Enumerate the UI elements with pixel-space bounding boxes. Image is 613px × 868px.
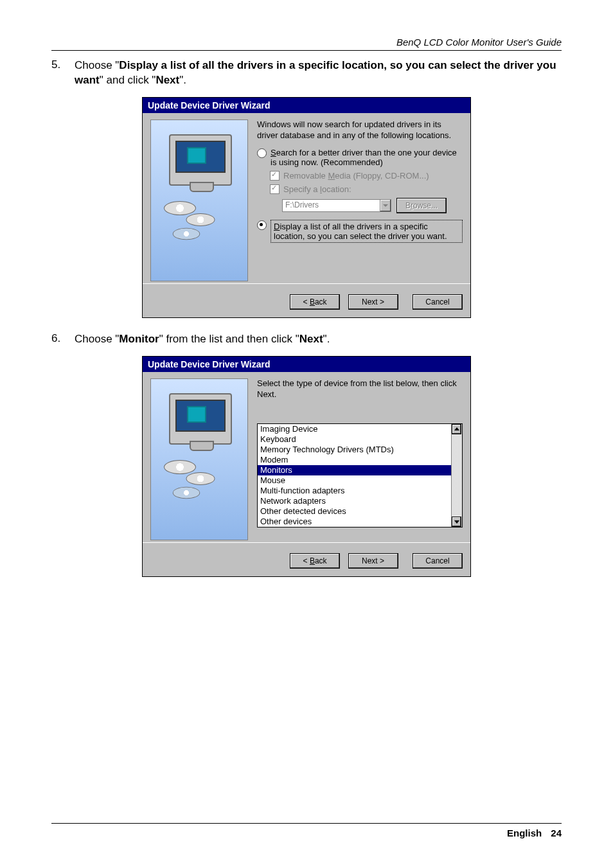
dialog-button-row: < Back Next > Cancel: [143, 542, 470, 576]
wizard-graphic-panel: [150, 120, 248, 281]
t: " from the list and then click ": [159, 333, 299, 345]
radio-label-focused: Display a list of all the drivers in a s…: [271, 220, 463, 243]
header-title: BenQ LCD Color Monitor User's Guide: [396, 37, 562, 48]
cancel-button[interactable]: Cancel: [413, 553, 463, 569]
t: owse...: [413, 201, 438, 210]
dialog-button-row: < Back Next > Cancel: [143, 283, 470, 317]
t: isplay a list of all the drivers in a sp…: [274, 222, 447, 241]
list-item[interactable]: Memory Technology Drivers (MTDs): [258, 445, 451, 455]
dialog-titlebar[interactable]: Update Device Driver Wizard: [143, 98, 470, 113]
monitor-icon: [169, 134, 232, 186]
list-item[interactable]: Keyboard: [258, 434, 451, 445]
step-6: 6. Choose "Monitor" from the list and th…: [51, 332, 562, 347]
dialog-body: Windows will now search for updated driv…: [143, 113, 470, 284]
t: Choose ": [75, 333, 119, 345]
list-item[interactable]: Multi-function adapters: [258, 486, 451, 496]
list-item[interactable]: Other detected devices: [258, 506, 451, 517]
t: <: [303, 556, 310, 565]
step-6-text: Choose "Monitor" from the list and then …: [75, 332, 562, 347]
list-item[interactable]: Modem: [258, 455, 451, 465]
t: Removable: [283, 171, 328, 181]
location-row: F:\Drivers Browse...: [270, 198, 463, 213]
u: S: [271, 148, 276, 157]
intro-text: Windows will now search for updated driv…: [257, 120, 463, 141]
t: ".: [179, 74, 186, 86]
radio-label: Search for a better driver than the one …: [271, 148, 463, 167]
step-6-number: 6.: [51, 332, 75, 347]
scroll-up-button[interactable]: [452, 424, 461, 434]
list-item[interactable]: Monitors: [258, 465, 451, 475]
back-button[interactable]: < Back: [290, 294, 340, 310]
checkbox-label: Specify a location:: [283, 184, 351, 194]
list-item[interactable]: Imaging Device: [258, 424, 451, 434]
browse-button: Browse...: [396, 198, 447, 213]
location-combobox: F:\Drivers: [282, 199, 391, 212]
list-item[interactable]: Other devices: [258, 517, 451, 527]
scrollbar[interactable]: [451, 424, 462, 527]
list-inner: Imaging DeviceKeyboardMemory Technology …: [258, 424, 451, 527]
footer-page-number: 24: [551, 828, 562, 838]
t: Next: [155, 74, 179, 86]
list-item[interactable]: Network adapters: [258, 496, 451, 506]
u: B: [310, 297, 315, 306]
u: D: [274, 222, 280, 231]
checkbox-specify-location: Specify a location:: [270, 184, 463, 194]
u: M: [328, 171, 335, 181]
wizard-graphic-panel: [150, 378, 248, 540]
t: B: [405, 201, 411, 210]
dialog-content: Windows will now search for updated driv…: [248, 120, 463, 281]
scroll-down-button[interactable]: [452, 517, 461, 527]
step-5-text: Choose "Display a list of all the driver…: [75, 58, 562, 88]
checkbox-icon: [270, 171, 280, 181]
cancel-button[interactable]: Cancel: [413, 294, 463, 310]
chevron-down-icon: [380, 200, 391, 211]
t: Monitor: [119, 333, 159, 345]
radio-icon: [257, 148, 267, 158]
t: ".: [323, 333, 330, 345]
u: B: [310, 556, 315, 565]
page-footer: English 24: [51, 823, 562, 838]
back-button[interactable]: < Back: [290, 553, 340, 569]
radio-search-better[interactable]: Search for a better driver than the one …: [257, 148, 463, 167]
intro-text: Select the type of device from the list …: [257, 378, 463, 400]
t: ocation:: [322, 184, 351, 194]
step-5: 5. Choose "Display a list of all the dri…: [51, 58, 562, 88]
t: " and click ": [100, 74, 156, 86]
checkbox-label: Removable Media (Floppy, CD-ROM...): [283, 171, 429, 181]
dialog-update-driver-2: Update Device Driver Wizard Select the t…: [142, 356, 471, 577]
monitor-icon: [169, 393, 232, 445]
document-page: BenQ LCD Color Monitor User's Guide 5. C…: [0, 0, 613, 868]
radio-display-list[interactable]: Display a list of all the drivers in a s…: [257, 220, 463, 243]
t: Choose ": [75, 59, 119, 71]
device-type-listbox[interactable]: Imaging DeviceKeyboardMemory Technology …: [257, 423, 463, 527]
t: earch for a better driver than the one y…: [271, 148, 457, 167]
t: Specify a: [283, 184, 320, 194]
t: ack: [315, 556, 327, 565]
checkbox-icon: [270, 184, 280, 194]
dialog-body: Select the type of device from the list …: [143, 372, 470, 543]
t: <: [303, 297, 310, 306]
t: ack: [315, 297, 327, 306]
radio-icon: [257, 220, 267, 230]
header-rule: BenQ LCD Color Monitor User's Guide: [51, 36, 562, 51]
dialog-content: Select the type of device from the list …: [248, 378, 463, 540]
step-5-number: 5.: [51, 58, 75, 88]
checkbox-removable-media: Removable Media (Floppy, CD-ROM...): [270, 171, 463, 181]
t: Next: [299, 333, 323, 345]
footer-language: English: [507, 828, 542, 838]
combo-value: F:\Drivers: [285, 200, 319, 209]
t: edia (Floppy, CD-ROM...): [335, 171, 429, 181]
next-button[interactable]: Next >: [348, 553, 398, 569]
dialog-update-driver-1: Update Device Driver Wizard Windows will…: [142, 97, 471, 318]
next-button[interactable]: Next >: [348, 294, 398, 310]
dialog-titlebar[interactable]: Update Device Driver Wizard: [143, 357, 470, 372]
list-item[interactable]: Mouse: [258, 475, 451, 486]
